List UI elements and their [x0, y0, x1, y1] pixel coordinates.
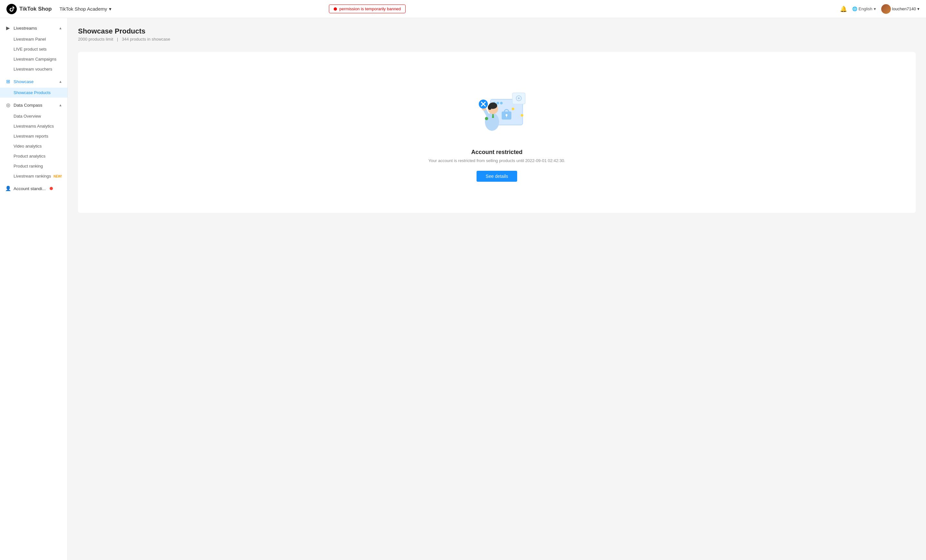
restricted-description: Your account is restricted from selling … — [428, 158, 565, 163]
livestream-rankings-label: Livestream rankings — [14, 174, 51, 178]
permission-banner: permission is temporarily banned — [329, 5, 406, 13]
sidebar: ▶ Livestreams ▲ Livestream Panel LIVE pr… — [0, 18, 68, 560]
sidebar-section-label-data-compass: Data Compass — [14, 103, 42, 108]
showcase-icon: ⊞ — [5, 78, 11, 85]
account-standing-red-dot — [50, 187, 53, 190]
account-standing-label: Account standi... — [14, 186, 46, 191]
banner-text: permission is temporarily banned — [339, 6, 401, 11]
nav-title-text: TikTok Shop Academy — [59, 6, 107, 12]
logo-text: TikTok Shop — [19, 6, 51, 12]
restricted-svg — [465, 83, 529, 138]
divider: | — [117, 37, 118, 42]
logo: TikTok Shop — [6, 4, 51, 14]
svg-point-24 — [521, 114, 523, 117]
restricted-illustration — [465, 83, 529, 141]
svg-rect-8 — [506, 115, 507, 117]
sidebar-item-showcase-products[interactable]: Showcase Products — [0, 88, 67, 98]
sidebar-item-livestream-vouchers[interactable]: Livestream vouchers — [0, 64, 67, 74]
sidebar-section-left-livestreams: ▶ Livestreams — [5, 25, 37, 31]
lang-chevron-icon: ▾ — [874, 6, 876, 11]
products-limit-text: 2000 products limit — [78, 37, 113, 42]
sidebar-item-data-overview[interactable]: Data Overview — [0, 111, 67, 121]
header: TikTok Shop TikTok Shop Academy ▾ permis… — [0, 0, 926, 18]
account-standing-icon: 👤 — [5, 186, 11, 192]
nav-title[interactable]: TikTok Shop Academy ▾ — [59, 6, 112, 12]
svg-point-4 — [500, 102, 503, 104]
sidebar-section-label-livestreams: Livestreams — [14, 26, 37, 30]
sidebar-section-livestreams: ▶ Livestreams ▲ Livestream Panel LIVE pr… — [0, 22, 67, 74]
language-selector[interactable]: 🌐 English ▾ — [852, 6, 876, 11]
banner-dot-icon — [334, 8, 337, 11]
restricted-container: Account restricted Your account is restr… — [78, 52, 916, 213]
see-details-button[interactable]: See details — [477, 171, 517, 182]
nav-chevron-icon: ▾ — [109, 6, 112, 12]
data-compass-icon: ◎ — [5, 102, 11, 108]
sidebar-item-livestream-campaigns[interactable]: Livestream Campaigns — [0, 54, 67, 64]
user-chevron-icon: ▾ — [917, 6, 920, 11]
svg-point-0 — [6, 4, 17, 14]
showcase-chevron-icon: ▲ — [59, 80, 62, 83]
language-label: English — [859, 6, 873, 11]
sidebar-item-live-product-sets[interactable]: LIVE product sets — [0, 44, 67, 54]
sidebar-item-livestreams-analytics[interactable]: Livestreams Analytics — [0, 121, 67, 131]
sidebar-section-data-compass: ◎ Data Compass ▲ Data Overview Livestrea… — [0, 99, 67, 181]
sidebar-section-header-data-compass[interactable]: ◎ Data Compass ▲ — [0, 99, 67, 111]
livestreams-chevron-icon: ▲ — [59, 26, 62, 30]
svg-point-3 — [496, 102, 499, 104]
sidebar-section-left-showcase: ⊞ Showcase — [5, 78, 33, 85]
svg-point-23 — [485, 117, 488, 120]
sidebar-section-header-showcase[interactable]: ⊞ Showcase ▲ — [0, 75, 67, 88]
svg-marker-16 — [492, 114, 494, 118]
restricted-title: Account restricted — [471, 149, 522, 155]
svg-point-22 — [512, 108, 514, 110]
layout: ▶ Livestreams ▲ Livestream Panel LIVE pr… — [0, 0, 926, 560]
avatar — [881, 4, 891, 14]
sidebar-item-account-standing[interactable]: 👤 Account standi... — [0, 183, 67, 195]
sidebar-section-left-data-compass: ◎ Data Compass — [5, 102, 42, 108]
new-badge: NEW! — [53, 175, 62, 178]
tiktok-logo-icon — [6, 4, 17, 14]
main-content: Showcase Products 2000 products limit | … — [68, 18, 926, 560]
page-title: Showcase Products — [78, 27, 916, 35]
sidebar-section-showcase: ⊞ Showcase ▲ Showcase Products — [0, 75, 67, 98]
sidebar-item-video-analytics[interactable]: Video analytics — [0, 141, 67, 151]
globe-icon: 🌐 — [852, 6, 857, 11]
page-subtitle: 2000 products limit | 344 products in sh… — [78, 37, 916, 42]
sidebar-section-label-showcase: Showcase — [14, 79, 33, 84]
sidebar-item-livestream-panel[interactable]: Livestream Panel — [0, 34, 67, 44]
header-right: 🔔 🌐 English ▾ louchen7140 ▾ — [840, 4, 920, 14]
sidebar-item-product-ranking[interactable]: Product ranking — [0, 161, 67, 171]
data-compass-chevron-icon: ▲ — [59, 103, 62, 107]
user-menu[interactable]: louchen7140 ▾ — [881, 4, 920, 14]
svg-point-11 — [518, 97, 520, 99]
username-label: louchen7140 — [892, 6, 916, 11]
bell-icon[interactable]: 🔔 — [840, 6, 847, 12]
sidebar-item-livestream-reports[interactable]: Livestream reports — [0, 131, 67, 141]
products-count-text: 344 products in showcase — [122, 37, 170, 42]
svg-point-15 — [488, 105, 492, 110]
sidebar-item-livestream-rankings[interactable]: Livestream rankings NEW! — [0, 171, 67, 181]
sidebar-section-header-livestreams[interactable]: ▶ Livestreams ▲ — [0, 22, 67, 34]
livestreams-icon: ▶ — [5, 25, 11, 31]
sidebar-item-product-analytics[interactable]: Product analytics — [0, 151, 67, 161]
